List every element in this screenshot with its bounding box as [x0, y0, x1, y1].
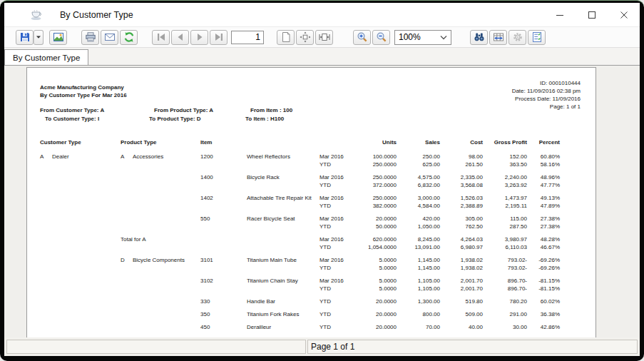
cell-sales: 1,105.00: [399, 278, 440, 284]
cell-percent: 27.38%: [528, 215, 560, 222]
cell-sales: 1,145.00: [399, 265, 440, 271]
cell-gross-profit: 291.00: [470, 311, 527, 317]
cell-period: Mar 2016: [320, 236, 344, 243]
cell-sales: 8,245.00: [399, 236, 440, 243]
cell-period: Mar 2016: [320, 257, 344, 263]
cell-period: YTD: [320, 244, 331, 250]
cell-period: Mar 2016: [320, 153, 344, 160]
cell-sales: 800.00: [399, 311, 440, 317]
status-bar: Page 1 of 1: [4, 337, 640, 356]
report-date: Date: 11/09/2016 02:38 pm: [512, 87, 581, 95]
minimize-button[interactable]: [543, 3, 576, 26]
cell-gross-profit: 3,263.92: [470, 182, 527, 188]
print-button[interactable]: [81, 30, 99, 45]
close-button[interactable]: [608, 3, 640, 26]
cell-gross-profit: 115.00: [470, 215, 527, 222]
fit-width-button[interactable]: [315, 30, 333, 45]
report-options-icon: [531, 31, 543, 43]
zoom-out-button[interactable]: [372, 30, 390, 45]
cell-percent: 27.38%: [528, 223, 560, 230]
fit-columns-button[interactable]: [489, 30, 507, 45]
find-button[interactable]: [470, 30, 488, 45]
filter-item-from: From Item : 100: [250, 106, 292, 115]
first-page-button[interactable]: [152, 30, 170, 45]
save-dropdown-button[interactable]: [34, 30, 44, 45]
window-body: By Customer Type: [4, 3, 640, 356]
zoom-in-button[interactable]: [353, 30, 371, 45]
export-image-icon: [53, 31, 64, 43]
actual-size-button[interactable]: [277, 30, 295, 45]
filter-product-from: From Product Type: A: [154, 106, 213, 115]
filter-product-to: To Product Type: D: [149, 115, 213, 123]
previous-page-button[interactable]: [171, 30, 189, 45]
cell-percent: 48.28%: [528, 236, 560, 243]
cell-units: 50.0000: [344, 223, 397, 230]
cell-period: YTD: [320, 182, 331, 188]
maximize-button[interactable]: [576, 3, 608, 26]
email-button[interactable]: [101, 30, 118, 45]
cell-gross-profit: 2,195.11: [470, 203, 527, 209]
cell-units: 20.0000: [344, 215, 397, 222]
refresh-button[interactable]: [120, 30, 138, 45]
cell-percent: 60.02%: [528, 298, 560, 305]
report-row: 1402Attachable Tire Repair KitMar 201625…: [27, 195, 596, 210]
cell-gross-profit: 896.70-: [470, 285, 527, 292]
cell-item: 1400: [200, 174, 213, 180]
settings-button[interactable]: [508, 30, 526, 45]
cell-period: Mar 2016: [320, 195, 344, 201]
cell-period: Mar 2016: [320, 215, 344, 222]
last-page-button[interactable]: [210, 30, 228, 45]
fit-page-button[interactable]: [296, 30, 314, 45]
report-id: ID: 0001010444: [512, 79, 581, 87]
header-units: Units: [344, 139, 397, 146]
cell-percent: -81.15%: [528, 278, 560, 284]
report-company-name: Acme Manufacturing Company: [40, 83, 127, 91]
zoom-level-combo[interactable]: 100%: [394, 30, 451, 45]
close-icon: [620, 11, 628, 19]
cell-percent: 47.77%: [528, 182, 560, 188]
cell-sales: 3,000.00: [399, 195, 440, 201]
last-page-icon: [213, 31, 225, 43]
zoom-in-icon: [357, 31, 368, 43]
cell-gross-profit: 896.70-: [470, 278, 527, 284]
cell-description: Handle Bar: [247, 298, 275, 305]
window-controls: [543, 3, 640, 26]
tab-bar: By Customer Type: [4, 48, 640, 65]
cell-sales: 1,050.00: [399, 223, 440, 230]
report-options-button[interactable]: [528, 30, 546, 45]
toolbar: 100%: [4, 26, 640, 48]
cell-units: 5.0000: [344, 265, 397, 271]
cell-units: 20.0000: [344, 311, 397, 317]
cell-sales: 13,091.00: [399, 244, 440, 250]
fit-page-icon: [300, 31, 311, 43]
report-viewport[interactable]: Acme Manufacturing Company By Customer T…: [4, 65, 640, 337]
report-row: ADealerAAccessories1200Wheel ReflectorsM…: [27, 153, 596, 169]
export-image-button[interactable]: [49, 30, 67, 45]
report-row: 550Racer Bicycle SeatMar 201620.0000420.…: [27, 215, 596, 231]
cell-gross-profit: 2,240.00: [470, 174, 527, 180]
report-title: By Customer Type For Mar 2016: [40, 91, 127, 99]
filter-customer-to: To Customer Type: I: [45, 115, 104, 123]
cell-period: YTD: [320, 298, 331, 305]
tab-by-customer-type[interactable]: By Customer Type: [4, 49, 88, 65]
save-button[interactable]: [16, 30, 34, 45]
maximize-icon: [588, 11, 596, 19]
cell-percent: -69.26%: [528, 265, 560, 271]
titlebar[interactable]: By Customer Type: [4, 3, 640, 26]
next-page-button[interactable]: [190, 30, 208, 45]
cell-percent: 49.13%: [528, 195, 560, 201]
cell-percent: -81.15%: [528, 285, 560, 292]
report-page: Acme Manufacturing Company By Customer T…: [26, 67, 596, 337]
tab-label: By Customer Type: [13, 54, 80, 62]
page-number-input[interactable]: [231, 31, 264, 44]
cell-item: 3101: [200, 257, 213, 263]
cell-sales: 420.00: [399, 215, 440, 222]
cell-item: 1200: [200, 153, 213, 160]
cell-item: 450: [200, 324, 210, 330]
cell-units: 100.0000: [344, 153, 397, 160]
report-row: 3102Titanium Chain StayMar 20165.00001,1…: [27, 278, 596, 293]
filter-customer-type: From Customer Type: A To Customer Type: …: [40, 106, 104, 123]
cell-product-code: D: [121, 257, 125, 263]
cell-item: 1402: [200, 195, 213, 201]
cell-product-name: Accessories: [133, 153, 163, 160]
